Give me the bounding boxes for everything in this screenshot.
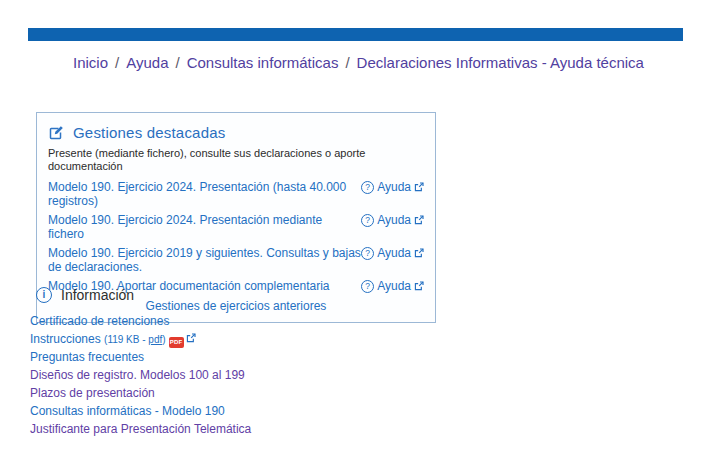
breadcrumb-separator: / — [176, 54, 180, 71]
list-item: Plazos de presentación — [30, 385, 450, 403]
external-link-icon — [186, 333, 196, 343]
external-link-icon — [414, 215, 424, 225]
breadcrumb-link-declaraciones-informativas[interactable]: Declaraciones Informativas - Ayuda técni… — [357, 54, 644, 71]
modelo-190-consultas-bajas-link[interactable]: Modelo 190. Ejercicio 2019 y siguientes.… — [48, 246, 361, 274]
info-section-title: Información — [61, 287, 134, 303]
breadcrumb: Inicio/Ayuda/Consultas informáticas/Decl… — [0, 53, 717, 73]
breadcrumb-link-ayuda[interactable]: Ayuda — [126, 54, 168, 71]
ayuda-label: Ayuda — [377, 180, 411, 194]
info-links-list: Certificado de retenciones Instrucciones… — [30, 313, 450, 439]
pdf-file-icon: PDF — [169, 337, 184, 348]
instrucciones-pdf-link[interactable]: Instrucciones (119 KB - pdf)PDF — [30, 332, 196, 346]
info-section-header: i Información — [36, 287, 450, 303]
external-link-icon — [414, 248, 424, 258]
ayuda-link[interactable]: ? Ayuda — [361, 246, 424, 260]
external-link-icon — [414, 182, 424, 192]
question-circle-icon: ? — [361, 181, 374, 194]
breadcrumb-separator: / — [115, 54, 119, 71]
top-divider-bar — [28, 28, 683, 41]
disenos-registro-link[interactable]: Diseños de registro. Modelos 100 al 199 — [30, 368, 245, 382]
info-circle-icon: i — [36, 287, 52, 303]
list-item: Justificante para Presentación Telemátic… — [30, 421, 450, 439]
preguntas-frecuentes-link[interactable]: Preguntas frecuentes — [30, 350, 144, 364]
ayuda-link[interactable]: ? Ayuda — [361, 180, 424, 194]
breadcrumb-link-inicio[interactable]: Inicio — [73, 54, 108, 71]
modelo-190-presentacion-fichero-link[interactable]: Modelo 190. Ejercicio 2024. Presentación… — [48, 213, 361, 241]
featured-row-presentacion-40000: Modelo 190. Ejercicio 2024. Presentación… — [48, 180, 426, 208]
certificado-retenciones-link[interactable]: Certificado de retenciones — [30, 314, 169, 328]
justificante-presentacion-telematica-link[interactable]: Justificante para Presentación Telemátic… — [30, 422, 251, 436]
list-item: Preguntas frecuentes — [30, 349, 450, 367]
consultas-informaticas-modelo-190-link[interactable]: Consultas informáticas - Modelo 190 — [30, 404, 225, 418]
modelo-190-presentacion-40000-link[interactable]: Modelo 190. Ejercicio 2024. Presentación… — [48, 180, 361, 208]
featured-panel-title: Gestiones destacadas — [73, 124, 225, 141]
plazos-presentacion-link[interactable]: Plazos de presentación — [30, 386, 155, 400]
list-item: Diseños de registro. Modelos 100 al 199 — [30, 367, 450, 385]
breadcrumb-link-consultas-informaticas[interactable]: Consultas informáticas — [187, 54, 339, 71]
edit-icon — [48, 125, 64, 141]
file-size-label: (119 KB - pdf) — [104, 334, 166, 345]
question-circle-icon: ? — [361, 214, 374, 227]
ayuda-label: Ayuda — [377, 246, 411, 260]
list-item: Instrucciones (119 KB - pdf)PDF — [30, 331, 450, 349]
instrucciones-label: Instrucciones — [30, 332, 101, 346]
info-section: i Información Certificado de retenciones… — [30, 287, 450, 439]
ayuda-label: Ayuda — [377, 213, 411, 227]
breadcrumb-separator: / — [345, 54, 349, 71]
featured-row-presentacion-fichero: Modelo 190. Ejercicio 2024. Presentación… — [48, 213, 426, 241]
question-circle-icon: ? — [361, 247, 374, 260]
list-item: Certificado de retenciones — [30, 313, 450, 331]
featured-panel-header: Gestiones destacadas — [48, 124, 426, 141]
list-item: Consultas informáticas - Modelo 190 — [30, 403, 450, 421]
featured-panel-subtitle: Presente (mediante fichero), consulte su… — [48, 147, 426, 173]
featured-row-consultas-bajas: Modelo 190. Ejercicio 2019 y siguientes.… — [48, 246, 426, 274]
ayuda-link[interactable]: ? Ayuda — [361, 213, 424, 227]
